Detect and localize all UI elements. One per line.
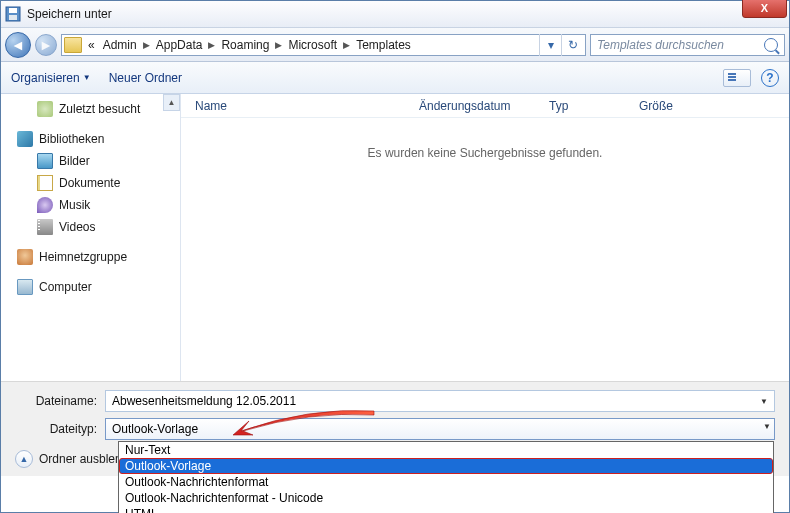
music-icon <box>37 197 53 213</box>
filetype-option-selected[interactable]: Outlook-Vorlage <box>119 458 773 474</box>
chevron-down-icon: ▼ <box>763 422 771 431</box>
filetype-option[interactable]: Outlook-Nachrichtenformat <box>119 474 773 490</box>
breadcrumb-item[interactable]: Admin <box>99 38 141 52</box>
search-input[interactable]: Templates durchsuchen <box>590 34 785 56</box>
search-placeholder: Templates durchsuchen <box>597 38 724 52</box>
view-options-button[interactable] <box>723 69 751 87</box>
chevron-right-icon: ▶ <box>141 40 152 50</box>
column-date[interactable]: Änderungsdatum <box>419 99 549 113</box>
new-folder-button[interactable]: Neuer Ordner <box>109 71 182 85</box>
chevron-down-icon[interactable]: ▼ <box>760 397 768 406</box>
pictures-icon <box>37 153 53 169</box>
svg-rect-1 <box>9 8 17 13</box>
filename-label: Dateiname: <box>15 394 105 408</box>
search-icon <box>764 38 778 52</box>
refresh-icon[interactable]: ↻ <box>561 34 583 56</box>
filename-input[interactable]: Abwesenheitsmeldung 12.05.2011▼ <box>105 390 775 412</box>
scroll-up-button[interactable]: ▲ <box>163 94 180 111</box>
column-name[interactable]: Name <box>195 99 419 113</box>
column-headers: Name Änderungsdatum Typ Größe <box>181 94 789 118</box>
column-type[interactable]: Typ <box>549 99 639 113</box>
sidebar-item-libraries[interactable]: Bibliotheken <box>1 128 180 150</box>
homegroup-icon <box>17 249 33 265</box>
sidebar-item-recent[interactable]: Zuletzt besucht <box>1 98 180 120</box>
sidebar-item-documents[interactable]: Dokumente <box>1 172 180 194</box>
filetype-dropdown: Nur-Text Outlook-Vorlage Outlook-Nachric… <box>118 441 774 513</box>
body-area: ▲ Zuletzt besucht Bibliotheken Bilder Do… <box>1 94 789 381</box>
computer-icon <box>17 279 33 295</box>
address-bar[interactable]: « Admin▶ AppData▶ Roaming▶ Microsoft▶ Te… <box>61 34 586 56</box>
dropdown-icon[interactable]: ▾ <box>539 34 561 56</box>
sidebar-item-music[interactable]: Musik <box>1 194 180 216</box>
navigation-bar: ◄ ► « Admin▶ AppData▶ Roaming▶ Microsoft… <box>1 28 789 62</box>
recent-icon <box>37 101 53 117</box>
sidebar-item-videos[interactable]: Videos <box>1 216 180 238</box>
folder-icon <box>64 37 82 53</box>
libraries-icon <box>17 131 33 147</box>
save-icon <box>5 6 21 22</box>
sidebar-item-homegroup[interactable]: Heimnetzgruppe <box>1 246 180 268</box>
file-list-pane: Name Änderungsdatum Typ Größe Es wurden … <box>181 94 789 381</box>
close-button[interactable]: X <box>742 0 787 18</box>
window-title: Speichern unter <box>27 7 785 21</box>
filetype-option[interactable]: HTML <box>119 506 773 513</box>
sidebar-item-pictures[interactable]: Bilder <box>1 150 180 172</box>
filetype-option[interactable]: Outlook-Nachrichtenformat - Unicode <box>119 490 773 506</box>
videos-icon <box>37 219 53 235</box>
breadcrumb-prefix: « <box>84 38 99 52</box>
save-as-dialog: Speichern unter X ◄ ► « Admin▶ AppData▶ … <box>0 0 790 513</box>
breadcrumb-item[interactable]: Templates <box>352 38 415 52</box>
column-size[interactable]: Größe <box>639 99 673 113</box>
breadcrumb-item[interactable]: Microsoft <box>284 38 341 52</box>
chevron-down-icon: ▼ <box>83 73 91 82</box>
filetype-option[interactable]: Nur-Text <box>119 442 773 458</box>
breadcrumb-item[interactable]: Roaming <box>217 38 273 52</box>
filetype-combobox[interactable]: Outlook-Vorlage▼ <box>105 418 775 440</box>
svg-rect-2 <box>9 15 17 20</box>
nav-forward-button[interactable]: ► <box>35 34 57 56</box>
filetype-label: Dateityp: <box>15 422 105 436</box>
save-panel: Dateiname: Abwesenheitsmeldung 12.05.201… <box>1 381 789 476</box>
toolbar: Organisieren ▼ Neuer Ordner ? <box>1 62 789 94</box>
chevron-right-icon: ▶ <box>206 40 217 50</box>
empty-results-message: Es wurden keine Suchergebnisse gefunden. <box>181 146 789 160</box>
nav-back-button[interactable]: ◄ <box>5 32 31 58</box>
documents-icon <box>37 175 53 191</box>
help-icon[interactable]: ? <box>761 69 779 87</box>
navigation-pane: ▲ Zuletzt besucht Bibliotheken Bilder Do… <box>1 94 181 381</box>
organize-button[interactable]: Organisieren ▼ <box>11 71 91 85</box>
chevron-right-icon: ▶ <box>273 40 284 50</box>
chevron-right-icon: ▶ <box>341 40 352 50</box>
chevron-up-icon: ▲ <box>15 450 33 468</box>
sidebar-item-computer[interactable]: Computer <box>1 276 180 298</box>
titlebar: Speichern unter X <box>1 1 789 28</box>
breadcrumb-item[interactable]: AppData <box>152 38 207 52</box>
